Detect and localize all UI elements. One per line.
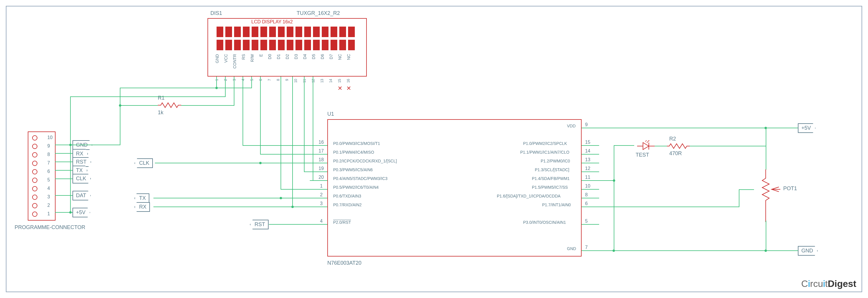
led-ref: TEST bbox=[636, 152, 649, 158]
net-rst-1: RST bbox=[72, 157, 91, 167]
net-5v-2: +5V bbox=[798, 123, 816, 133]
net-dat-1: DAT bbox=[72, 191, 91, 200]
ic-part: N76E003AT20 bbox=[327, 260, 362, 266]
resistor-r1 bbox=[158, 102, 181, 108]
connector-ref: PROGRAMME-CONNECTOR bbox=[14, 224, 85, 231]
led-test bbox=[634, 140, 655, 153]
r1-val: 1k bbox=[158, 109, 163, 116]
net-rst-2: RST bbox=[250, 220, 269, 229]
net-5v-1: +5V bbox=[72, 208, 90, 218]
ic-ref: U1 bbox=[327, 111, 334, 117]
pot-ref: POT1 bbox=[783, 186, 797, 192]
net-tx-2: TX bbox=[134, 193, 149, 203]
lcd-part: TUXGR_16X2_R2 bbox=[297, 10, 340, 16]
r1-ref: R1 bbox=[158, 95, 164, 101]
connector-outline bbox=[28, 131, 56, 221]
lcd-title: LCD DISPLAY 16x2 bbox=[251, 19, 293, 25]
net-gnd-2: GND bbox=[798, 246, 818, 256]
net-clk-1: CLK bbox=[72, 174, 91, 184]
nc-x-2: ✕ bbox=[346, 85, 351, 92]
r2-val: 470R bbox=[669, 151, 682, 157]
r2-ref: R2 bbox=[669, 136, 676, 142]
resistor-r2 bbox=[666, 143, 690, 149]
net-clk-2: CLK bbox=[134, 158, 153, 168]
nc-x-1: ✕ bbox=[338, 85, 343, 92]
net-rx-2: RX bbox=[134, 202, 150, 212]
pot1 bbox=[754, 169, 783, 223]
lcd-ref: DIS1 bbox=[210, 10, 222, 16]
logo: CircuitDigest bbox=[801, 278, 856, 289]
